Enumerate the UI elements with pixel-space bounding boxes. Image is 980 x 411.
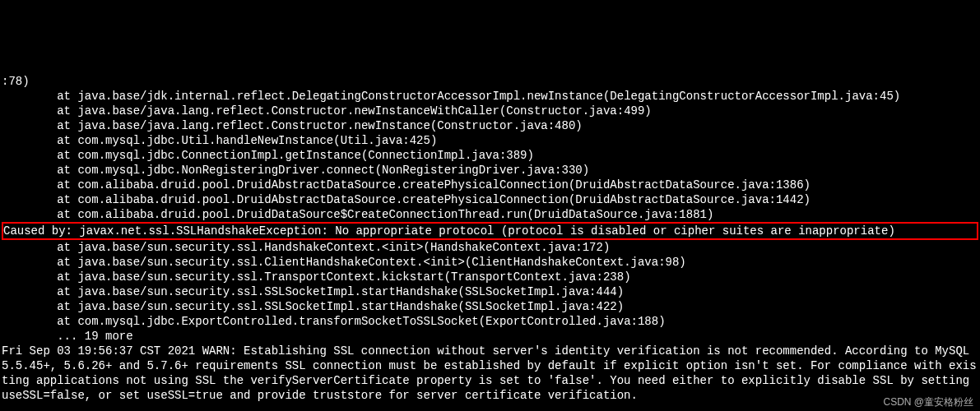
watermark: CSDN @童安格粉丝 (883, 395, 973, 409)
caused-by-highlight: Caused by: javax.net.ssl.SSLHandshakeExc… (2, 222, 978, 240)
stack-line: at java.base/java.lang.reflect.Construct… (2, 119, 583, 132)
stack-line: at com.mysql.jdbc.ConnectionImpl.getInst… (2, 149, 534, 162)
stack-line: at com.mysql.jdbc.Util.handleNewInstance… (2, 134, 437, 147)
stack-line: at com.mysql.jdbc.ExportControlled.trans… (2, 315, 666, 328)
stack-line: at java.base/sun.security.ssl.TransportC… (2, 270, 631, 284)
stack-line: ... 19 more (2, 330, 133, 343)
caused-by-line: Caused by: javax.net.ssl.SSLHandshakeExc… (3, 224, 895, 238)
stack-line: at java.base/sun.security.ssl.ClientHand… (2, 256, 686, 269)
stack-line: at java.base/jdk.internal.reflect.Delega… (2, 90, 900, 103)
stack-line: at java.base/sun.security.ssl.SSLSocketI… (2, 285, 624, 298)
stack-line: at com.mysql.jdbc.NonRegisteringDriver.c… (2, 164, 589, 177)
stack-line: at com.alibaba.druid.pool.DruidDataSourc… (2, 208, 713, 221)
stack-line: at java.base/java.lang.reflect.Construct… (2, 104, 652, 118)
stack-line: :78) (2, 75, 30, 88)
warn-line: Fri Sep 03 19:56:37 CST 2021 WARN: Estab… (2, 344, 977, 402)
stack-line: at com.alibaba.druid.pool.DruidAbstractD… (2, 193, 810, 206)
terminal-output: :78) at java.base/jdk.internal.reflect.D… (2, 59, 978, 403)
stack-line: at com.alibaba.druid.pool.DruidAbstractD… (2, 178, 810, 192)
stack-line: at java.base/sun.security.ssl.SSLSocketI… (2, 300, 624, 313)
stack-line: at java.base/sun.security.ssl.HandshakeC… (2, 241, 610, 254)
